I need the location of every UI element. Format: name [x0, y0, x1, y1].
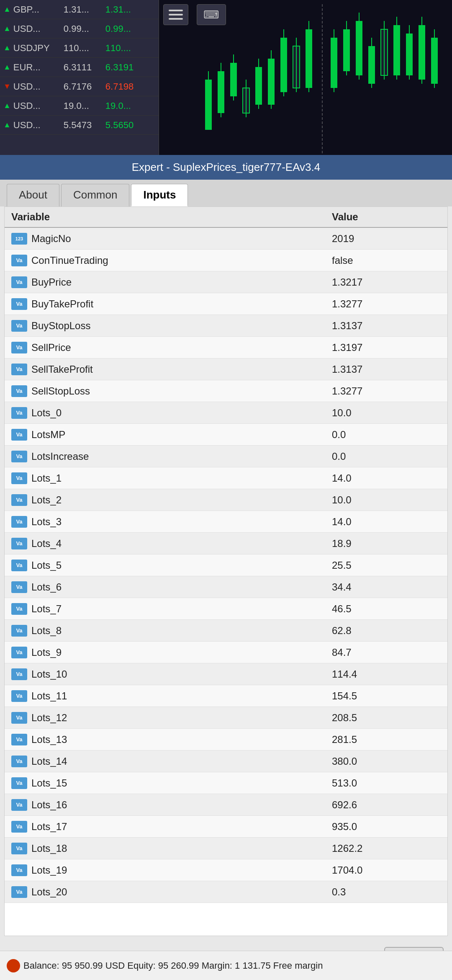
table-header: Variable Value: [5, 207, 447, 228]
table-row[interactable]: Va Lots_17 935.0: [5, 816, 447, 838]
row-icon-text: Va: [16, 714, 22, 721]
row-variable-name: Lots_6: [31, 581, 332, 593]
table-row[interactable]: Va SellStopLoss 1.3277: [5, 380, 447, 402]
table-row[interactable]: Va Lots_19 1704.0: [5, 859, 447, 881]
table-row[interactable]: Va Lots_6 34.4: [5, 576, 447, 598]
row-icon-text: Va: [16, 497, 22, 503]
row-variable-value: 1.3277: [332, 385, 441, 397]
row-icon: Va: [11, 538, 27, 549]
row-variable-value: 1262.2: [332, 843, 441, 854]
row-variable-name: LotsIncrease: [31, 451, 332, 462]
row-icon: Va: [11, 429, 27, 441]
status-icon: [7, 959, 20, 972]
table-row[interactable]: Va Lots_1 14.0: [5, 467, 447, 489]
row-icon-text: Va: [16, 649, 22, 655]
row-icon: Va: [11, 320, 27, 332]
row-variable-name: SellTakeProfit: [31, 364, 332, 375]
table-row[interactable]: Va SellTakeProfit 1.3137: [5, 358, 447, 380]
table-row[interactable]: Va BuyTakeProfit 1.3277: [5, 293, 447, 315]
row-variable-name: Lots_12: [31, 712, 332, 724]
table-row[interactable]: Va Lots_18 1262.2: [5, 838, 447, 859]
table-row[interactable]: Va SellPrice 1.3197: [5, 337, 447, 358]
row-icon: Va: [11, 843, 27, 854]
row-variable-value: 25.5: [332, 560, 441, 571]
tabs-row: About Common Inputs: [0, 180, 452, 206]
tab-about[interactable]: About: [7, 184, 59, 206]
row-variable-name: Lots_7: [31, 603, 332, 615]
row-icon-text: Va: [16, 802, 22, 808]
row-icon: Va: [11, 342, 27, 353]
row-icon-text: Va: [16, 301, 22, 307]
row-variable-name: SellPrice: [31, 342, 332, 353]
table-row[interactable]: Va Lots_15 513.0: [5, 772, 447, 794]
table-row[interactable]: Va ConTinueTrading false: [5, 250, 447, 271]
dialog-title: Expert - SuplexPrices_tiger777-EAv3.4: [132, 161, 320, 173]
row-icon: Va: [11, 756, 27, 767]
table-row[interactable]: Va Lots_14 380.0: [5, 750, 447, 772]
table-row[interactable]: Va Lots_13 281.5: [5, 729, 447, 750]
row-variable-name: Lots_0: [31, 407, 332, 419]
row-icon-text: Va: [16, 671, 22, 677]
table-row[interactable]: Va Lots_0 10.0: [5, 402, 447, 424]
column-variable: Variable: [11, 211, 332, 223]
row-variable-name: Lots_5: [31, 560, 332, 571]
row-variable-name: LotsMP: [31, 429, 332, 441]
row-icon: Va: [11, 276, 27, 288]
row-variable-name: Lots_3: [31, 516, 332, 528]
inputs-table: Variable Value 123 MagicNo 2019 Va ConTi…: [4, 206, 448, 936]
row-variable-value: false: [332, 255, 441, 266]
status-bar: Balance: 95 950.99 USD Equity: 95 260.99…: [0, 951, 452, 980]
row-variable-name: Lots_16: [31, 799, 332, 811]
row-icon-text: Va: [16, 322, 22, 329]
table-row[interactable]: Va Lots_8 62.8: [5, 620, 447, 642]
status-text: Balance: 95 950.99 USD Equity: 95 260.99…: [23, 960, 323, 971]
row-variable-value: 935.0: [332, 821, 441, 833]
row-variable-name: SellStopLoss: [31, 385, 332, 397]
row-variable-value: 1.3217: [332, 276, 441, 288]
row-variable-value: 692.6: [332, 799, 441, 811]
row-icon: Va: [11, 712, 27, 724]
table-row[interactable]: Va Lots_9 84.7: [5, 642, 447, 663]
row-variable-value: 513.0: [332, 777, 441, 789]
row-icon: Va: [11, 581, 27, 593]
table-row[interactable]: Va Lots_10 114.4: [5, 663, 447, 685]
row-icon: Va: [11, 298, 27, 310]
column-value: Value: [332, 211, 441, 223]
table-row[interactable]: Va Lots_16 692.6: [5, 794, 447, 816]
row-icon-text: Va: [16, 279, 22, 285]
table-row[interactable]: Va Lots_12 208.5: [5, 707, 447, 729]
row-variable-value: 84.7: [332, 647, 441, 658]
table-row[interactable]: Va Lots_7 46.5: [5, 598, 447, 620]
table-row[interactable]: Va BuyPrice 1.3217: [5, 271, 447, 293]
row-icon-text: Va: [16, 410, 22, 416]
row-icon: Va: [11, 647, 27, 658]
tab-inputs[interactable]: Inputs: [131, 184, 188, 206]
table-row[interactable]: Va Lots_4 18.9: [5, 533, 447, 554]
table-row[interactable]: Va Lots_2 10.0: [5, 489, 447, 511]
row-variable-name: Lots_9: [31, 647, 332, 658]
table-row[interactable]: Va Lots_20 0.3: [5, 881, 447, 903]
row-icon-text: Va: [16, 867, 22, 873]
row-variable-name: ConTinueTrading: [31, 255, 332, 266]
table-row[interactable]: Va LotsMP 0.0: [5, 424, 447, 446]
table-row[interactable]: Va LotsIncrease 0.0: [5, 446, 447, 467]
table-row[interactable]: Va BuyStopLoss 1.3137: [5, 315, 447, 337]
row-icon: Va: [11, 690, 27, 702]
table-row[interactable]: Va Lots_3 14.0: [5, 511, 447, 533]
row-variable-name: Lots_14: [31, 756, 332, 767]
row-icon: Va: [11, 451, 27, 462]
table-row[interactable]: Va Lots_11 154.5: [5, 685, 447, 707]
tab-common[interactable]: Common: [61, 184, 129, 206]
row-variable-value: 1.3137: [332, 320, 441, 332]
row-variable-name: Lots_10: [31, 668, 332, 680]
row-variable-value: 46.5: [332, 603, 441, 615]
row-icon-text: Va: [16, 518, 22, 525]
table-row[interactable]: Va Lots_5 25.5: [5, 554, 447, 576]
row-variable-name: Lots_18: [31, 843, 332, 854]
row-icon-text: Va: [16, 562, 22, 568]
row-icon-text: Va: [16, 453, 22, 459]
row-variable-name: Lots_20: [31, 886, 332, 898]
table-row[interactable]: 123 MagicNo 2019: [5, 228, 447, 250]
dialog-body: About Common Inputs Variable Value 123 M…: [0, 180, 452, 980]
row-variable-name: Lots_15: [31, 777, 332, 789]
